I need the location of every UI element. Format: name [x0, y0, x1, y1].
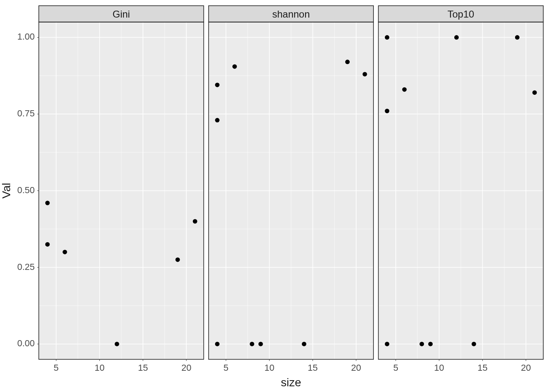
data-point [45, 242, 50, 247]
y-tick-label: 0.25 [17, 262, 35, 272]
x-tick-label: 10 [264, 363, 274, 373]
y-tick-label: 0.50 [17, 185, 35, 195]
data-point [193, 219, 197, 224]
facet-label: shannon [272, 9, 310, 20]
chart-svg: 0.000.250.500.751.00ValsizeGini5101520sh… [0, 0, 549, 392]
data-point [472, 342, 476, 346]
x-tick-label: 20 [181, 363, 191, 373]
data-point [532, 90, 537, 95]
y-axis-title: Val [0, 183, 13, 198]
data-point [515, 35, 520, 40]
x-axis-title: size [281, 376, 301, 389]
data-point [250, 342, 254, 346]
x-tick-label: 5 [393, 363, 398, 373]
data-point [232, 64, 237, 69]
data-point [62, 250, 67, 254]
data-point [385, 342, 389, 346]
data-point [215, 82, 219, 87]
x-tick-label: 10 [434, 363, 444, 373]
data-point [45, 201, 50, 205]
data-point [215, 118, 219, 122]
data-point [428, 342, 433, 346]
x-tick-label: 15 [478, 363, 487, 373]
data-point [385, 35, 389, 40]
data-point [420, 342, 424, 346]
y-tick-label: 1.00 [17, 31, 35, 42]
x-tick-label: 15 [138, 363, 148, 373]
data-point [115, 342, 119, 346]
data-point [385, 109, 389, 113]
data-point [363, 72, 367, 76]
x-tick-label: 10 [94, 363, 104, 373]
x-tick-label: 20 [521, 363, 531, 373]
data-point [215, 342, 219, 346]
x-tick-label: 5 [54, 363, 58, 373]
y-tick-label: 0.75 [17, 108, 35, 118]
data-point [302, 342, 306, 346]
data-point [259, 342, 263, 346]
data-point [175, 257, 180, 262]
faceted-scatter-chart: 0.000.250.500.751.00ValsizeGini5101520sh… [0, 0, 549, 392]
x-tick-label: 20 [351, 363, 361, 373]
data-point [454, 35, 459, 40]
facet-label: Top10 [447, 9, 474, 20]
x-tick-label: 15 [308, 363, 317, 373]
data-point [402, 87, 407, 92]
data-point [345, 60, 350, 64]
facet-label: Gini [112, 9, 130, 20]
y-tick-label: 0.00 [17, 338, 35, 348]
x-tick-label: 5 [223, 363, 228, 373]
